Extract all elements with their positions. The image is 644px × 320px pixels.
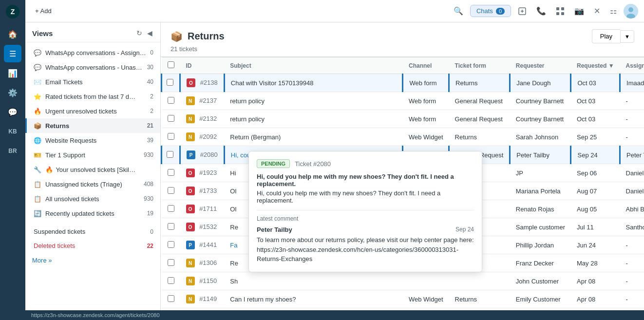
apps-icon[interactable]: ⚏	[607, 3, 620, 19]
sidebar-more[interactable]: More »	[25, 253, 160, 268]
br-icon[interactable]: BR	[4, 142, 21, 160]
sidebar-item-website-requests[interactable]: 🌐 Website Requests 39	[25, 133, 160, 148]
sidebar-item-unassigned-triage[interactable]: 📋 Unassigned tickets (Triage) 408	[25, 177, 160, 191]
row-checkbox[interactable]	[168, 241, 174, 248]
sidebar-item-your-unsolved[interactable]: 🔧 🔥 Your unsolved tickets [Skil…	[25, 162, 160, 177]
ticket-id: #1150	[199, 277, 217, 284]
table-row[interactable]: N #2092 Return (Bergman) Web Widget Retu…	[162, 128, 644, 146]
table-row[interactable]: N #1150 Sh John Customer Apr 08 -	[162, 272, 644, 290]
row-checkbox[interactable]	[168, 115, 174, 122]
ticket-requested: Aug 05	[571, 200, 620, 218]
phone-icon[interactable]: 📞	[533, 3, 549, 19]
ticket-assignee: -	[620, 272, 644, 290]
video-icon[interactable]: 📷	[571, 3, 587, 19]
top-nav: + Add 🔍 Chats 0 📞 📷 ✕ ⚏	[25, 0, 644, 22]
row-checkbox[interactable]	[167, 79, 173, 86]
home-icon[interactable]: 🏠	[4, 25, 21, 43]
collapse-sidebar-button[interactable]: ◀	[146, 28, 153, 38]
ticket-id: #1149	[199, 295, 217, 302]
app-logo[interactable]: Z	[5, 4, 20, 19]
sidebar-item-count: 408	[144, 181, 153, 188]
ticket-assignee: -	[620, 290, 644, 308]
ticket-requested: Jul 11	[571, 218, 620, 236]
sidebar-item-whatsapp-unassigned[interactable]: 💬 WhatsApp conversations - Unass… 30	[25, 60, 160, 75]
row-checkbox[interactable]	[168, 295, 174, 302]
analytics-icon[interactable]: 📊	[4, 64, 21, 82]
table-row[interactable]: N #2137 return policy Web form General R…	[162, 92, 644, 110]
search-button[interactable]: 🔍	[451, 3, 466, 19]
popup-comment-date: Sep 24	[455, 226, 474, 233]
row-checkbox[interactable]	[168, 223, 174, 230]
row-checkbox[interactable]	[168, 97, 174, 104]
ticket-requested: Apr 08	[571, 272, 620, 290]
table-row[interactable]: N #2132 return policy Web form General R…	[162, 110, 644, 128]
ticket-assignee: -	[620, 128, 644, 146]
col-requester: Requester	[510, 57, 571, 74]
sidebar-item-tier1[interactable]: 🎫 Tier 1 Support 930	[25, 148, 160, 162]
sidebar-item-label: Email Tickets	[45, 78, 143, 86]
table-row[interactable]: O #2138 Chat with Visitor 1570139948 Web…	[162, 74, 644, 92]
ticket-requester: JP	[510, 164, 571, 182]
row-checkbox[interactable]	[168, 205, 174, 212]
play-button[interactable]: Play	[592, 29, 620, 43]
select-all-checkbox[interactable]	[168, 61, 174, 68]
row-checkbox[interactable]	[168, 259, 174, 266]
row-checkbox[interactable]	[167, 151, 173, 158]
chats-button[interactable]: Chats 0	[470, 5, 511, 17]
col-id: ID	[180, 57, 225, 74]
icon-rail: Z 🏠 ☰ 📊 ⚙️ 💬 KB BR	[0, 0, 25, 320]
sidebar-item-recently-updated[interactable]: 🔄 Recently updated tickets 19	[25, 206, 160, 221]
ticket-assignee: -	[620, 236, 644, 254]
recently-updated-icon: 🔄	[34, 209, 41, 217]
ticket-requester: Franz Decker	[510, 254, 571, 272]
sidebar-item-count: 930	[144, 151, 153, 158]
compose-icon[interactable]	[515, 4, 530, 19]
sidebar-item-all-unsolved[interactable]: 📋 All unsolved tickets 930	[25, 191, 160, 206]
play-btn-group: Play ▼	[592, 29, 634, 43]
sidebar-items: 💬 WhatsApp conversations - Assign… 0 💬 W…	[25, 42, 160, 320]
ticket-subject: Hi	[230, 169, 236, 177]
user-avatar[interactable]	[624, 4, 638, 19]
chats-label: Chats	[476, 7, 493, 15]
whatsapp-assigned-icon: 💬	[34, 49, 41, 56]
status-dot: N	[186, 96, 195, 105]
grid-icon[interactable]	[553, 4, 568, 19]
ticket-channel: Web Widget	[403, 290, 449, 308]
play-dropdown-button[interactable]: ▼	[620, 30, 634, 43]
close-icon[interactable]: ✕	[591, 3, 603, 19]
row-checkbox[interactable]	[168, 187, 174, 194]
ticket-form	[449, 272, 510, 290]
wrench-icon: 🔧	[34, 166, 41, 173]
refresh-button[interactable]: ↻	[135, 28, 143, 38]
ticket-subject: Return (Bergman)	[230, 133, 281, 141]
sidebar-item-returns[interactable]: 📦 Returns 21	[25, 118, 160, 133]
sidebar: Views ↻ ◀ 💬 WhatsApp conversations - Ass…	[25, 22, 161, 320]
chat-icon[interactable]: 💬	[4, 103, 21, 121]
admin-icon[interactable]: ⚙️	[4, 84, 21, 101]
sidebar-item-label: 🔥 Your unsolved tickets [Skil…	[45, 166, 153, 173]
sidebar-item-deleted[interactable]: Deleted tickets 22	[25, 239, 160, 253]
row-checkbox[interactable]	[168, 169, 174, 176]
popup-ticket-id: Ticket #2080	[295, 160, 331, 168]
popup-comment-header: Peter Tailby Sep 24	[257, 226, 474, 233]
svg-text:Z: Z	[11, 8, 15, 16]
sidebar-item-urgent-tickets[interactable]: 🔥 Urgent unresolved tickets 2	[25, 104, 160, 118]
add-button[interactable]: + Add	[31, 5, 56, 17]
sidebar-item-whatsapp-assigned[interactable]: 💬 WhatsApp conversations - Assign… 0	[25, 45, 160, 60]
kb-icon[interactable]: KB	[4, 123, 21, 140]
ticket-subject: Sh	[230, 278, 238, 285]
status-dot: N	[186, 277, 195, 285]
table-row[interactable]: N #1149 Can I return my shoes? Web Widge…	[162, 290, 644, 308]
ticket-subject: Chat with Visitor 1570139948	[231, 79, 314, 87]
ticket-id: #2080	[200, 151, 218, 158]
popup-sub-text: Hi, could you help me with my new shoes?…	[257, 189, 474, 204]
row-checkbox[interactable]	[168, 277, 174, 284]
row-checkbox[interactable]	[168, 133, 174, 140]
sidebar-item-suspended[interactable]: Suspended tickets 0	[25, 225, 160, 239]
tickets-icon[interactable]: ☰	[4, 45, 21, 62]
sidebar-item-rated-tickets[interactable]: ⭐ Rated tickets from the last 7 d… 2	[25, 89, 160, 104]
ticket-channel: Web form	[403, 74, 449, 92]
chats-badge: 0	[496, 8, 505, 15]
ticket-list-title-left: 📦 Returns	[170, 31, 225, 42]
sidebar-item-email-tickets[interactable]: ✉️ Email Tickets 40	[25, 75, 160, 89]
